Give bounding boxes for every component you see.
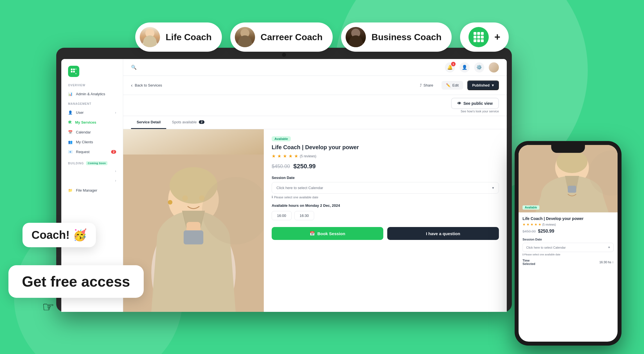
mobile-service-image: Available	[519, 145, 618, 212]
mobile-session-date-label: Session Date	[523, 238, 614, 241]
svg-rect-14	[75, 73, 76, 74]
sidebar-item-arrow-2[interactable]: ›	[61, 176, 123, 185]
mobile-star-1: ★	[523, 223, 526, 226]
add-new-pill[interactable]: +	[460, 22, 509, 52]
book-session-button[interactable]: 📅 Book Session	[272, 227, 383, 240]
calendar-book-icon: 📅	[310, 231, 315, 236]
reviews-count: (5 reviews)	[300, 154, 316, 158]
mobile-time-selected-label: Selected	[523, 262, 535, 266]
edit-icon: ✏️	[446, 83, 451, 87]
user-icon: 👤	[68, 110, 73, 115]
management-section-label: MANAGEMENT	[61, 102, 123, 108]
cta-row: 📅 Book Session I have a question	[272, 227, 499, 240]
page-header: ‹ Back to Services ⤴ Share ✏️ Edit	[123, 76, 507, 95]
mobile-notch	[551, 145, 585, 153]
get-free-access-pill[interactable]: Get free access	[8, 265, 144, 298]
share-button[interactable]: ⤴ Share	[415, 81, 438, 90]
business-coach-pill[interactable]: Business Coach	[341, 22, 452, 52]
overview-section-label: OVERVIEW	[61, 84, 123, 89]
user-button[interactable]: 👤	[460, 62, 470, 72]
book-btn-label: Book Session	[317, 231, 345, 236]
hours-chips: 16:00 16:30	[272, 211, 499, 220]
select-hint: ℹ Please select one available date	[272, 195, 499, 199]
calendar-select[interactable]: Click here to select Calendar ▾	[272, 182, 499, 194]
mobile-screen: Available Life Coach | Develop your powe…	[519, 145, 618, 342]
svg-rect-11	[71, 71, 73, 72]
svg-rect-13	[75, 69, 76, 70]
mobile-price-row: $450.00 $250.99	[523, 229, 614, 234]
sidebar-item-services[interactable]: 🛠 My Services	[61, 117, 123, 127]
sidebar-item-admin[interactable]: 📊 Admin & Analytics	[61, 89, 123, 99]
mobile-time-label-group: Time Selected	[523, 259, 535, 266]
current-price: $250.99	[293, 163, 316, 170]
mobile-star-2: ★	[526, 223, 530, 226]
sidebar-item-arrow-1[interactable]: ›	[61, 166, 123, 176]
mobile-dropdown-icon: ▾	[608, 246, 610, 249]
star-5: ★	[294, 153, 298, 159]
mail-icon: 📧	[68, 150, 73, 154]
settings-button[interactable]: ⚙️	[474, 62, 484, 72]
life-coach-pill-label: Life Coach	[166, 32, 212, 42]
file-icon: 📁	[68, 188, 73, 192]
topbar-avatar[interactable]	[489, 62, 499, 72]
public-view-bar: 👁 See public view See how's look your se…	[123, 95, 507, 116]
search-area[interactable]: 🔍	[131, 65, 137, 70]
search-icon: 🔍	[131, 65, 137, 70]
plus-icon-circle	[469, 27, 489, 47]
coming-soon-badge: Coming Soon	[86, 161, 107, 165]
sidebar-item-user[interactable]: 👤 User ›	[61, 108, 123, 117]
hour-chip-1630[interactable]: 16:30	[294, 211, 314, 220]
notification-button[interactable]: 🔔 1	[445, 62, 455, 72]
mobile-outer: Available Life Coach | Develop your powe…	[515, 141, 622, 346]
tab-service-detail[interactable]: Service Detail	[131, 116, 166, 129]
building-section: BUILDING Coming Soon	[61, 157, 123, 166]
admin-analytics-label: Admin & Analytics	[76, 92, 105, 96]
price-row: $450.00 $250.99	[272, 163, 499, 170]
sidebar-item-clients[interactable]: 👥 My Clients	[61, 137, 123, 147]
business-coach-pill-label: Business Coach	[371, 32, 442, 42]
mobile-info-icon: ℹ	[523, 253, 523, 256]
mobile-mockup: Available Life Coach | Develop your powe…	[515, 141, 622, 346]
sidebar-item-file-manager[interactable]: 📁 File Manager	[61, 185, 123, 195]
back-to-services-link[interactable]: ‹ Back to Services	[131, 83, 162, 88]
svg-point-23	[168, 200, 172, 205]
career-coach-pill[interactable]: Carreer Coach	[230, 22, 333, 52]
original-price: $450.00	[272, 164, 290, 169]
services-icon: 🛠	[68, 120, 72, 124]
mobile-available-badge: Available	[523, 205, 539, 210]
chevron-right-icon-2: ›	[115, 169, 116, 173]
hour-chip-1600[interactable]: 16:00	[272, 211, 292, 220]
clients-icon: 👥	[68, 140, 73, 144]
select-hint-text: Please select one available date	[274, 196, 318, 199]
hours-section-label: Available hours on Monday 2 Dec, 2024	[272, 203, 499, 208]
question-button[interactable]: I have a question	[387, 227, 499, 240]
sidebar-item-request[interactable]: 📧 Request 2	[61, 147, 123, 157]
life-coach-pill[interactable]: Life Coach	[135, 22, 222, 52]
user-label: User	[76, 110, 84, 115]
add-new-label: +	[494, 31, 500, 43]
mobile-select-placeholder: Click here to select Calendar	[526, 246, 566, 249]
edit-button[interactable]: ✏️ Edit	[442, 81, 463, 90]
svg-point-27	[557, 151, 587, 173]
content-area: Available Life Coach | Develop your powe…	[123, 129, 507, 312]
see-public-view-button[interactable]: 👁 See public view	[451, 98, 499, 109]
svg-rect-20	[184, 230, 203, 244]
mobile-calendar-select[interactable]: Click here to select Calendar ▾	[523, 243, 614, 252]
mobile-stars-row: ★ ★ ★ ★ ★ (5 reviews)	[523, 223, 614, 226]
svg-point-21	[182, 195, 188, 201]
share-label: Share	[424, 83, 433, 87]
calendar-label: Calendar	[76, 130, 91, 134]
sidebar-item-calendar[interactable]: 📅 Calendar	[61, 127, 123, 137]
eye-icon: 👁	[457, 101, 461, 106]
published-button[interactable]: Published ▾	[467, 80, 499, 90]
user-profile-icon: 👤	[462, 65, 467, 70]
mobile-current-price: $250.99	[538, 229, 554, 234]
tab-service-detail-label: Service Detail	[137, 120, 161, 124]
info-icon: ℹ	[272, 195, 273, 199]
sidebar-logo	[61, 66, 123, 84]
mobile-select-hint: ℹ Please select one available date	[523, 253, 614, 256]
dropdown-icon: ▾	[492, 186, 494, 190]
main-content: 🔍 🔔 1 👤 ⚙️	[123, 59, 507, 312]
svg-rect-28	[568, 186, 576, 193]
tab-spots-available[interactable]: Spots available 2	[166, 116, 210, 129]
